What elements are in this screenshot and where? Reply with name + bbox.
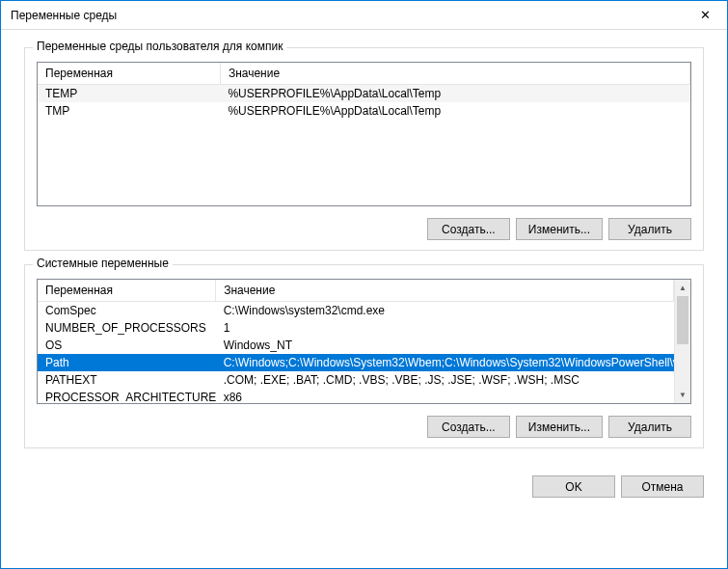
user-create-button[interactable]: Создать... bbox=[427, 218, 510, 240]
var-value: C:\Windows;C:\Windows\System32\Wbem;C:\W… bbox=[216, 354, 674, 371]
titlebar: Переменные среды ✕ bbox=[1, 1, 727, 30]
system-button-row: Создать... Изменить... Удалить bbox=[37, 416, 691, 438]
table-row[interactable]: PATHEXT .COM; .EXE; .BAT; .CMD; .VBS; .V… bbox=[38, 371, 674, 389]
user-edit-button[interactable]: Изменить... bbox=[516, 218, 603, 240]
scroll-down-icon[interactable]: ▼ bbox=[675, 387, 690, 403]
system-table-container[interactable]: Переменная Значение ComSpec C:\Windows\s… bbox=[37, 279, 691, 404]
dialog-button-row: OK Отмена bbox=[1, 470, 727, 511]
var-name: OS bbox=[38, 337, 216, 354]
scroll-thumb[interactable] bbox=[677, 296, 688, 344]
var-name: TEMP bbox=[38, 85, 220, 103]
var-name: PROCESSOR_ARCHITECTURE bbox=[38, 389, 216, 404]
scroll-track[interactable] bbox=[675, 344, 690, 387]
var-name: PATHEXT bbox=[38, 371, 216, 389]
user-table-container[interactable]: Переменная Значение TEMP %USERPROFILE%\A… bbox=[37, 62, 691, 206]
table-row[interactable]: OS Windows_NT bbox=[38, 337, 674, 354]
var-value: x86 bbox=[216, 389, 674, 404]
system-col-name[interactable]: Переменная bbox=[38, 280, 216, 302]
dialog-content: Переменные среды пользователя для компик… bbox=[1, 30, 727, 470]
system-edit-button[interactable]: Изменить... bbox=[516, 416, 603, 438]
var-name: TMP bbox=[38, 102, 220, 120]
scroll-up-icon[interactable]: ▲ bbox=[675, 280, 690, 296]
table-row[interactable]: ComSpec C:\Windows\system32\cmd.exe bbox=[38, 302, 674, 320]
user-delete-button[interactable]: Удалить bbox=[608, 218, 691, 240]
cancel-button[interactable]: Отмена bbox=[621, 475, 704, 498]
system-variables-table: Переменная Значение ComSpec C:\Windows\s… bbox=[38, 280, 674, 404]
system-delete-button[interactable]: Удалить bbox=[608, 416, 691, 438]
var-value: C:\Windows\system32\cmd.exe bbox=[216, 302, 674, 320]
system-col-value[interactable]: Значение bbox=[216, 280, 674, 302]
table-row[interactable]: PROCESSOR_ARCHITECTURE x86 bbox=[38, 389, 674, 404]
user-col-name[interactable]: Переменная bbox=[38, 63, 220, 85]
var-value: %USERPROFILE%\AppData\Local\Temp bbox=[220, 85, 689, 103]
system-variables-group: Системные переменные Переменная Значение… bbox=[24, 264, 704, 448]
var-value: Windows_NT bbox=[216, 337, 674, 354]
table-row[interactable]: Path C:\Windows;C:\Windows\System32\Wbem… bbox=[38, 354, 674, 371]
var-name: Path bbox=[38, 354, 216, 371]
var-value: 1 bbox=[216, 319, 674, 337]
var-name: NUMBER_OF_PROCESSORS bbox=[38, 319, 216, 337]
table-row[interactable]: NUMBER_OF_PROCESSORS 1 bbox=[38, 319, 674, 337]
close-button[interactable]: ✕ bbox=[684, 1, 727, 30]
var-value: .COM; .EXE; .BAT; .CMD; .VBS; .VBE; .JS;… bbox=[216, 371, 674, 389]
system-group-label: Системные переменные bbox=[33, 257, 173, 270]
system-create-button[interactable]: Создать... bbox=[427, 416, 510, 438]
user-group-label: Переменные среды пользователя для компик bbox=[33, 40, 286, 53]
user-variables-table: Переменная Значение TEMP %USERPROFILE%\A… bbox=[38, 63, 690, 120]
var-name: ComSpec bbox=[38, 302, 216, 320]
close-icon: ✕ bbox=[700, 8, 711, 22]
scrollbar[interactable]: ▲ ▼ bbox=[674, 280, 690, 403]
user-button-row: Создать... Изменить... Удалить bbox=[37, 218, 691, 240]
user-col-value[interactable]: Значение bbox=[220, 63, 689, 85]
var-value: %USERPROFILE%\AppData\Local\Temp bbox=[220, 102, 689, 120]
table-row[interactable]: TEMP %USERPROFILE%\AppData\Local\Temp bbox=[38, 85, 690, 103]
ok-button[interactable]: OK bbox=[532, 475, 615, 498]
user-variables-group: Переменные среды пользователя для компик… bbox=[24, 47, 704, 251]
table-row[interactable]: TMP %USERPROFILE%\AppData\Local\Temp bbox=[38, 102, 690, 120]
window-title: Переменные среды bbox=[11, 9, 117, 22]
